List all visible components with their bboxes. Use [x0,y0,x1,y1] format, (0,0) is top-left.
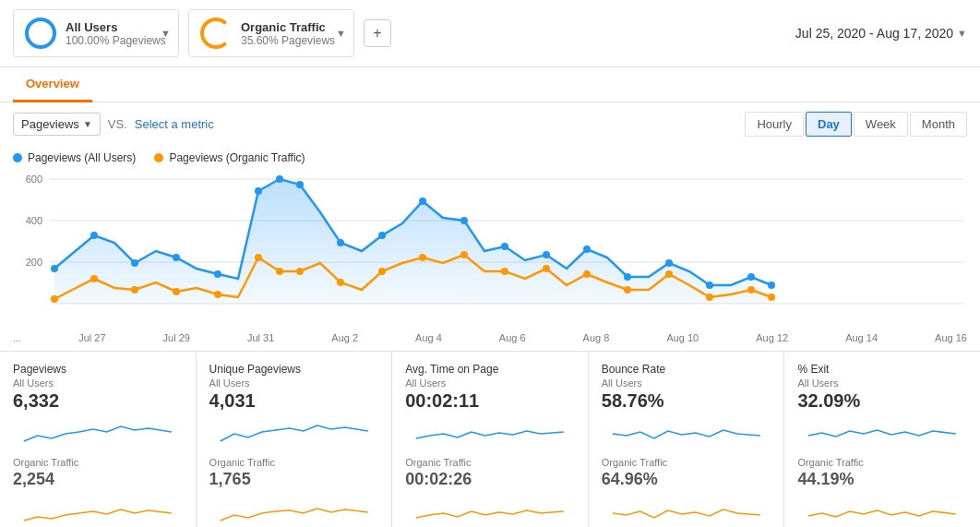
stat-segment1-unique: All Users [209,377,379,389]
stat-title-bounce: Bounce Rate [602,363,771,376]
mini-chart-orange-exit [797,493,967,526]
stat-title-exit: % Exit [797,363,967,376]
time-btn-day[interactable]: Day [806,112,852,137]
stat-segment1-pageviews: All Users [13,377,183,389]
chart-dot-orange [706,293,713,301]
stat-segment2-exit: Organic Traffic [797,457,967,468]
stat-segment1-exit: All Users [797,377,967,389]
chart-dot-orange [460,251,468,258]
chevron-down-icon-metric: ▼ [83,119,92,129]
stat-value2-unique: 1,765 [209,470,379,489]
mini-chart-orange-bounce [602,493,771,526]
add-segment-button[interactable]: + [364,19,391,47]
chevron-down-icon-date: ▼ [957,28,967,39]
date-range-text: Jul 25, 2020 - Aug 17, 2020 [795,26,953,41]
segment-text-organic: Organic Traffic 35.60% Pageviews [241,20,335,47]
segments-container: All Users 100.00% Pageviews ▼ Organic Tr… [13,9,391,57]
legend-label-all-users: Pageviews (All Users) [28,151,136,164]
chart-dot [665,259,673,267]
stat-segment2-unique: Organic Traffic [209,457,379,468]
mini-chart-blue-avgtime [405,415,575,449]
mini-chart-blue-unique [209,415,379,449]
chart-legend: Pageviews (All Users) Pageviews (Organic… [0,146,980,170]
legend-label-organic: Pageviews (Organic Traffic) [169,151,305,164]
time-btn-hourly[interactable]: Hourly [745,112,804,137]
chart-dot-orange [747,286,755,293]
chart-dot-orange [276,268,283,275]
metric-label: Pageviews [21,117,79,131]
chart-dot [214,270,221,278]
chart-dot [255,187,262,195]
chart-dot [543,251,550,258]
line-chart: 600 400 200 [13,170,967,327]
chart-dot [583,246,591,253]
chart-dot [131,259,138,267]
segment-icon-orange [200,18,232,49]
stat-title-unique: Unique Pageviews [209,363,379,376]
chart-dot-orange [501,268,508,275]
mini-chart-orange-pageviews [13,493,183,526]
vs-label: VS. [108,117,127,131]
chart-dot-orange [214,291,221,298]
chart-dot [90,232,98,239]
chart-dot-orange [665,270,673,278]
controls-row: Pageviews ▼ VS. Select a metric Hourly D… [0,102,980,146]
time-btn-week[interactable]: Week [854,112,908,137]
stat-card-exit: % Exit All Users 32.09% Organic Traffic … [784,352,980,527]
stat-card-bounce-rate: Bounce Rate All Users 58.76% Organic Tra… [589,352,785,527]
metric-dropdown[interactable]: Pageviews ▼ [13,113,101,136]
stat-value1-bounce: 58.76% [602,390,771,412]
stat-value2-avgtime: 00:02:26 [405,470,575,489]
mini-chart-orange-avgtime [405,493,575,526]
tab-overview[interactable]: Overview [13,67,92,102]
stat-value2-exit: 44.19% [797,470,967,489]
chart-dot [378,232,386,239]
chart-dot [460,217,468,224]
chart-dot-orange [543,265,550,272]
chart-dot [51,265,58,272]
chart-dot-orange [419,254,426,261]
stat-card-unique-pageviews: Unique Pageviews All Users 4,031 Organic… [197,352,393,527]
stat-segment1-bounce: All Users [602,377,771,389]
stat-segment2-bounce: Organic Traffic [602,457,771,468]
segment-pct-all-users: 100.00% Pageviews [66,34,166,47]
time-buttons-group: Hourly Day Week Month [745,112,967,137]
mini-chart-blue-bounce [602,415,771,449]
segment-icon-blue [25,18,56,49]
stats-row: Pageviews All Users 6,332 Organic Traffi… [0,351,980,527]
segment-name-organic: Organic Traffic [241,20,335,34]
chart-dot-orange [131,286,138,293]
svg-text:200: 200 [26,257,42,268]
segment-all-users[interactable]: All Users 100.00% Pageviews ▼ [13,9,179,57]
chart-dot [419,198,426,205]
chart-dot-orange [90,275,98,282]
chevron-down-icon: ▼ [161,28,171,39]
mini-chart-orange-unique [209,493,379,526]
chart-dot [276,175,283,183]
legend-dot-orange [154,153,163,162]
tab-bar: Overview [0,67,980,102]
select-metric-link[interactable]: Select a metric [135,117,214,131]
chart-dot [337,239,344,246]
mini-chart-blue-exit [797,415,967,449]
chart-dot-orange [768,293,775,301]
segment-text-all-users: All Users 100.00% Pageviews [66,20,166,47]
chart-dot-orange [337,279,344,286]
chart-dot-orange [173,288,180,295]
chevron-down-icon-2: ▼ [336,28,346,39]
segment-organic-traffic[interactable]: Organic Traffic 35.60% Pageviews ▼ [188,9,354,57]
chart-dot-orange [624,286,631,293]
metric-selector: Pageviews ▼ VS. Select a metric [13,113,214,136]
stat-value1-exit: 32.09% [797,390,967,412]
date-range-selector[interactable]: Jul 25, 2020 - Aug 17, 2020 ▼ [795,26,967,41]
time-btn-month[interactable]: Month [910,112,967,137]
stat-segment2-pageviews: Organic Traffic [13,457,183,468]
legend-item-organic: Pageviews (Organic Traffic) [154,151,305,164]
legend-dot-blue [13,153,22,162]
segment-pct-organic: 35.60% Pageviews [241,34,335,47]
stat-segment1-avgtime: All Users [405,377,575,389]
chart-dot [501,243,508,250]
chart-dot-orange [255,254,262,261]
svg-text:400: 400 [26,215,42,226]
chart-dot-orange [378,268,386,275]
